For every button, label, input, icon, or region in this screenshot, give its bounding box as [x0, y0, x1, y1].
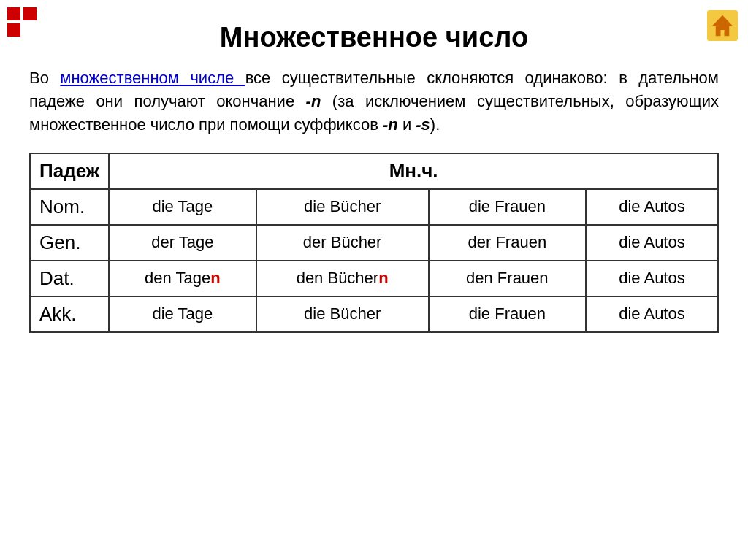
header-case: Падеж: [30, 153, 109, 189]
intro-n-suffix: -n: [306, 92, 321, 110]
page-title: Множественное число: [29, 22, 719, 53]
table-cell: der Frauen: [429, 225, 586, 261]
table-header-row: Падеж Мн.ч.: [30, 153, 718, 189]
table-cell: die Frauen: [429, 189, 586, 225]
table-row: Gen.der Tageder Bücherder Frauendie Auto…: [30, 225, 718, 261]
intro-s: -s: [416, 115, 430, 134]
intro-n2: -n: [383, 115, 398, 134]
table-cell: der Bücher: [256, 225, 429, 261]
highlight-n-2: n: [378, 269, 388, 287]
dat-col3: den Frauen: [429, 261, 586, 296]
dat-col4: die Autos: [586, 261, 718, 296]
table-cell: die Bücher: [256, 296, 429, 332]
table-cell: die Autos: [586, 189, 718, 225]
decorative-squares: [7, 7, 37, 37]
intro-part4: и: [398, 115, 416, 134]
intro-link: множественном числе: [60, 69, 245, 87]
dat-col2: den Büchern: [256, 261, 429, 296]
table-cell: die Tage: [109, 189, 256, 225]
highlight-n-1: n: [210, 269, 220, 287]
table-cell: der Tage: [109, 225, 256, 261]
home-icon-container[interactable]: [704, 7, 741, 44]
table-body: Nom.die Tagedie Bücherdie Frauendie Auto…: [30, 189, 718, 332]
table-row: Dat.den Tagenden Büchernden Frauendie Au…: [30, 261, 718, 296]
table-row: Akk.die Tagedie Bücherdie Frauendie Auto…: [30, 296, 718, 332]
page-container: Множественное число Во множественном чис…: [0, 0, 748, 560]
table-cell: die Autos: [586, 296, 718, 332]
intro-part5: ).: [430, 115, 440, 134]
red-square-3: [7, 23, 20, 37]
dat-col1: den Tagen: [109, 261, 256, 296]
grammar-table: Падеж Мн.ч. Nom.die Tagedie Bücherdie Fr…: [29, 153, 719, 333]
table-cell: die Frauen: [429, 296, 586, 332]
header-plural: Мн.ч.: [109, 153, 718, 189]
table-cell: die Bücher: [256, 189, 429, 225]
intro-part1: Во: [29, 69, 60, 87]
table-cell: die Tage: [109, 296, 256, 332]
table-row: Nom.die Tagedie Bücherdie Frauendie Auto…: [30, 189, 718, 225]
case-cell: Akk.: [30, 296, 109, 332]
case-cell: Nom.: [30, 189, 109, 225]
intro-paragraph: Во множественном числе все существительн…: [29, 66, 719, 137]
case-cell: Dat.: [30, 261, 109, 296]
table-cell: die Autos: [586, 225, 718, 261]
home-icon[interactable]: [707, 10, 738, 41]
red-square-1: [7, 7, 20, 20]
red-square-2: [23, 7, 37, 20]
case-cell: Gen.: [30, 225, 109, 261]
